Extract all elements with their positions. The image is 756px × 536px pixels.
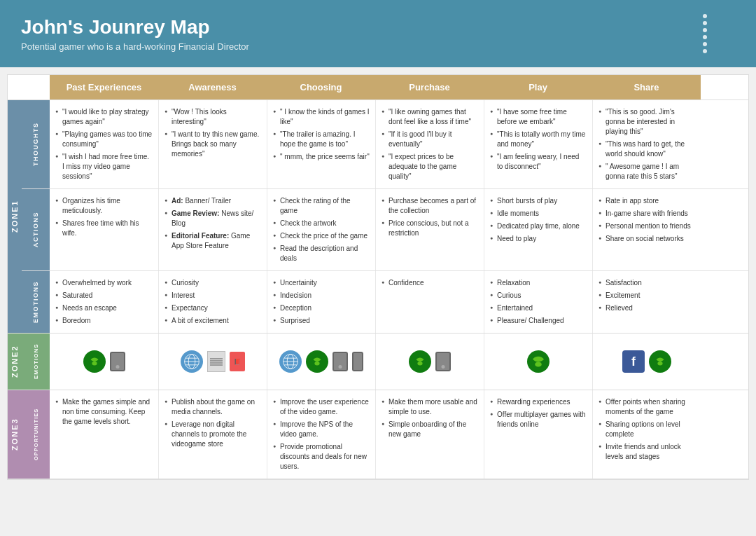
list-item: Personal mention to friends — [598, 220, 695, 233]
page-title: John's Jounrey Map — [21, 16, 249, 39]
zone1-rows: THOUGHTS "I would like to play strategy … — [22, 100, 748, 333]
list-item: Confidence — [382, 277, 478, 289]
zone2-section: ZONE2 EMOTIONS — [8, 334, 748, 390]
list-item: Provide promotional discounts and deals … — [273, 441, 370, 473]
thoughts-cell-1: "Wow ! This looks interesting" "I want t… — [158, 100, 267, 188]
header-empty-cell — [8, 75, 50, 99]
list-item: Pleasure/ Challenged — [490, 315, 587, 327]
list-item: Editorial Feature: Game App Store Featur… — [164, 230, 261, 252]
opportunities-cell-2: Improve the user experience of the video… — [267, 390, 375, 479]
zone2-rows: EMOTIONS — [22, 334, 748, 390]
thoughts-row-label: THOUGHTS — [22, 100, 50, 188]
emotions-list-4: Relaxation Curious Entertained Pleasure/… — [490, 277, 587, 327]
list-item: Need to play — [490, 233, 587, 245]
list-item: Excitement — [598, 289, 695, 302]
list-item: "I expect prices to be adequate to the g… — [382, 151, 478, 183]
actions-cell-4: Short bursts of play Idle moments Dedica… — [484, 189, 592, 270]
list-item: Offer points when sharing moments of the… — [598, 396, 695, 418]
col-header-choosing: Choosing — [267, 75, 375, 99]
dot-3 — [703, 28, 707, 32]
list-item: "I like owning games that dont feel like… — [382, 106, 478, 128]
actions-row-label: ACTIONS — [22, 189, 50, 270]
tablet-icon-3 — [435, 352, 451, 371]
col-header-share: Share — [592, 75, 701, 99]
list-item: Curiosity — [164, 277, 261, 289]
list-item: Relieved — [598, 302, 695, 315]
emotions-list-2: Uncertainity Indecision Deception Surpri… — [273, 277, 370, 327]
list-item: "I have some free time before we embark" — [490, 106, 587, 128]
column-headers: Past Experiences Awareness Choosing Purc… — [8, 75, 748, 100]
opportunities-list-3: Make them more usable and simple to use.… — [382, 396, 478, 441]
list-item: " I know the kinds of games I like" — [273, 106, 370, 128]
opportunities-list-1: Publish about the game on media channels… — [164, 396, 261, 451]
col-header-awareness: Awareness — [158, 75, 267, 99]
thoughts-list-1: "Wow ! This looks interesting" "I want t… — [164, 106, 261, 160]
list-item: Price conscious, but not a restriction — [382, 217, 478, 240]
opportunities-row: OPPORTUNITIES Make the games simple and … — [22, 390, 748, 479]
touchpoints-cell-3 — [375, 334, 484, 390]
list-item: Shares free time with his wife. — [55, 217, 153, 240]
thoughts-cell-2: " I know the kinds of games I like" "The… — [267, 100, 375, 188]
list-item: "This is totally worth my time and money… — [490, 128, 587, 151]
thoughts-list-2: " I know the kinds of games I like" "The… — [273, 106, 370, 163]
xbox-icon-5 — [649, 350, 671, 373]
list-item: Purchase becomes a part of the collectio… — [382, 195, 478, 217]
facebook-icon: f — [622, 350, 645, 373]
actions-cell-2: Check the rating of the game Check the a… — [267, 189, 375, 270]
opportunities-list-4: Rewarding experiences Offer multiplayer … — [490, 396, 587, 431]
list-item: Organizes his time meticulously. — [55, 195, 153, 217]
actions-cell-3: Purchase becomes a part of the collectio… — [375, 189, 484, 270]
opportunities-cell-4: Rewarding experiences Offer multiplayer … — [484, 390, 592, 479]
www-icon-2 — [279, 350, 302, 373]
list-item: Deception — [273, 302, 370, 315]
list-item: Curious — [490, 289, 587, 302]
list-item: Check the rating of the game — [273, 195, 370, 217]
thoughts-cell-3: "I like owning games that dont feel like… — [375, 100, 484, 188]
list-item: Overwhelmed by work — [55, 277, 153, 289]
zone2-label: ZONE2 — [8, 334, 22, 390]
zone3-section: ZONE3 OPPORTUNITIES Make the games simpl… — [8, 390, 748, 479]
emotions-cell-4: Relaxation Curious Entertained Pleasure/… — [484, 271, 592, 333]
tablet-icon — [110, 352, 125, 371]
list-item: "I would like to play strategy games aga… — [55, 106, 153, 128]
list-item: Saturated — [55, 289, 153, 302]
touchpoints-cell-4 — [484, 334, 592, 390]
actions-list-0: Organizes his time meticulously. Shares … — [55, 195, 153, 240]
list-item: In-game share with friends — [598, 207, 695, 220]
thoughts-cell-0: "I would like to play strategy games aga… — [50, 100, 158, 188]
list-item: Share on social networks — [598, 233, 695, 245]
dot-4 — [703, 35, 707, 39]
list-item: Short bursts of play — [490, 195, 587, 207]
touchpoints-cell-1: 📕 — [158, 334, 267, 390]
zone1-section: ZONE1 THOUGHTS "I would like to play str… — [8, 100, 748, 334]
list-item: A bit of excitement — [164, 315, 261, 327]
xbox-icon-4 — [527, 350, 550, 373]
emotions-list-1: Curiosity Interest Expectancy A bit of e… — [164, 277, 261, 327]
list-item: Indecision — [273, 289, 370, 302]
opportunities-cell-5: Offer points when sharing moments of the… — [592, 390, 701, 479]
news-icon — [207, 351, 225, 372]
list-item: "I wish I had more free time. I miss my … — [55, 151, 153, 183]
list-item: Simple onboarding of the new game — [382, 418, 478, 441]
zone3-label: ZONE3 — [8, 390, 22, 479]
dot-2 — [703, 21, 707, 25]
list-item: Read the description and deals — [273, 242, 370, 265]
zone3-rows: OPPORTUNITIES Make the games simple and … — [22, 390, 748, 479]
touchpoints-cell-0 — [50, 334, 158, 390]
list-item: Boredom — [55, 315, 153, 327]
list-item: " mmm, the price seems fair" — [273, 151, 370, 163]
header-decoration — [703, 14, 707, 53]
actions-cell-5: Rate in app store In-game share with fri… — [592, 189, 701, 270]
emotions-cell-1: Curiosity Interest Expectancy A bit of e… — [158, 271, 267, 333]
emotions-list-3: Confidence — [382, 277, 478, 289]
zone1-label: ZONE1 — [8, 100, 22, 333]
list-item: Uncertainity — [273, 277, 370, 289]
list-item: "If it is good I'll buy it eventually" — [382, 128, 478, 151]
list-item: Leverage non digital channels to promote… — [164, 418, 261, 451]
book-icon: 📕 — [230, 352, 245, 371]
tablet-icon-2 — [332, 352, 348, 371]
list-item: Dedicated play time, alone — [490, 220, 587, 233]
list-item: Idle moments — [490, 207, 587, 220]
list-item: "Playing games was too time consuming" — [55, 128, 153, 151]
actions-row: ACTIONS Organizes his time meticulously.… — [22, 189, 748, 271]
